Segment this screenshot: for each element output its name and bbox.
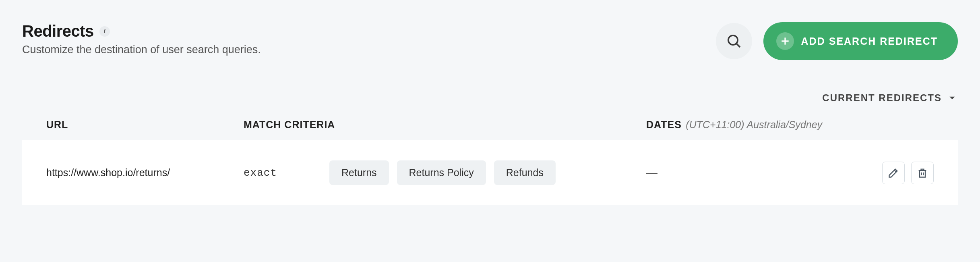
info-icon[interactable]: i (99, 26, 110, 37)
filter-label: CURRENT REDIRECTS (822, 92, 942, 104)
caret-down-icon (948, 94, 956, 102)
svg-point-0 (728, 35, 737, 45)
search-icon (726, 33, 742, 49)
cell-dates: — (646, 166, 882, 179)
column-header-url: URL (46, 119, 244, 131)
dates-label: DATES (646, 119, 682, 130)
title-block: Redirects i Customize the destination of… (22, 22, 261, 56)
match-term-chip: Returns (329, 160, 389, 185)
add-search-redirect-button[interactable]: ADD SEARCH REDIRECT (763, 22, 958, 60)
plus-icon (776, 32, 794, 50)
svg-line-1 (736, 44, 740, 47)
table-row: https://www.shop.io/returns/ exact Retur… (22, 140, 958, 205)
search-button[interactable] (716, 23, 752, 59)
page-title: Redirects (22, 22, 94, 40)
match-term-chip: Refunds (494, 160, 556, 185)
match-type: exact (244, 167, 277, 179)
column-header-dates: DATES (UTC+11:00) Australia/Sydney (646, 119, 934, 131)
filter-dropdown[interactable]: CURRENT REDIRECTS (822, 92, 956, 104)
page-subtitle: Customize the destination of user search… (22, 44, 261, 56)
timezone-label: (UTC+11:00) Australia/Sydney (686, 119, 822, 130)
pencil-icon (888, 167, 899, 179)
match-term-chip: Returns Policy (397, 160, 486, 185)
delete-button[interactable] (911, 162, 934, 184)
column-header-match: MATCH CRITERIA (244, 119, 646, 131)
add-button-label: ADD SEARCH REDIRECT (801, 35, 938, 47)
table-header-row: URL MATCH CRITERIA DATES (UTC+11:00) Aus… (22, 106, 958, 140)
cell-url: https://www.shop.io/returns/ (46, 167, 244, 179)
edit-button[interactable] (882, 162, 905, 184)
trash-icon (917, 167, 928, 179)
cell-match: exact Returns Returns Policy Refunds (244, 160, 646, 185)
